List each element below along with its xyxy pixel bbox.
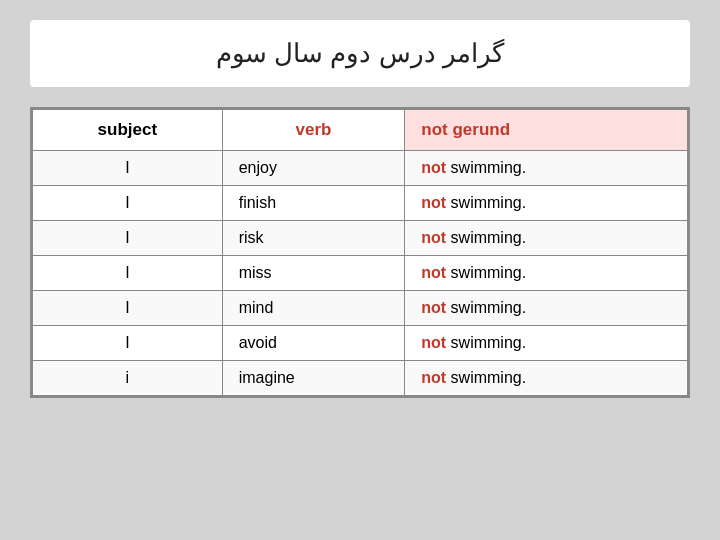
table-wrapper: subject verb not gerund Ienjoynot swimmi… <box>30 107 690 398</box>
cell-not-gerund: not swimming. <box>405 221 688 256</box>
not-word: not <box>421 299 446 316</box>
cell-subject: i <box>33 361 223 396</box>
cell-not-gerund: not swimming. <box>405 291 688 326</box>
table-row: Iavoidnot swimming. <box>33 326 688 361</box>
not-word: not <box>421 264 446 281</box>
not-word: not <box>421 229 446 246</box>
cell-not-gerund: not swimming. <box>405 361 688 396</box>
table-body: Ienjoynot swimming.Ifinishnot swimming.I… <box>33 151 688 396</box>
gerund-word: swimming. <box>446 194 526 211</box>
cell-verb: risk <box>222 221 405 256</box>
header-title: گرامر درس دوم سال سوم <box>54 38 666 69</box>
gerund-word: swimming. <box>446 299 526 316</box>
cell-subject: I <box>33 256 223 291</box>
cell-verb: mind <box>222 291 405 326</box>
table-row: Ifinishnot swimming. <box>33 186 688 221</box>
not-gerund-header: not gerund <box>405 110 688 151</box>
gerund-word: swimming. <box>446 229 526 246</box>
cell-not-gerund: not swimming. <box>405 186 688 221</box>
cell-verb: avoid <box>222 326 405 361</box>
table-row: Irisknot swimming. <box>33 221 688 256</box>
gerund-word: swimming. <box>446 264 526 281</box>
cell-subject: I <box>33 151 223 186</box>
cell-verb: finish <box>222 186 405 221</box>
cell-subject: I <box>33 326 223 361</box>
table-row: Imissnot swimming. <box>33 256 688 291</box>
cell-subject: I <box>33 221 223 256</box>
not-word: not <box>421 334 446 351</box>
grammar-table: subject verb not gerund Ienjoynot swimmi… <box>32 109 688 396</box>
header-box: گرامر درس دوم سال سوم <box>30 20 690 87</box>
not-word: not <box>421 369 446 386</box>
cell-subject: I <box>33 291 223 326</box>
not-word: not <box>421 159 446 176</box>
subject-header: subject <box>33 110 223 151</box>
table-row: Imindnot swimming. <box>33 291 688 326</box>
gerund-word: swimming. <box>446 159 526 176</box>
table-row: Ienjoynot swimming. <box>33 151 688 186</box>
table-row: iimaginenot swimming. <box>33 361 688 396</box>
cell-verb: enjoy <box>222 151 405 186</box>
cell-not-gerund: not swimming. <box>405 151 688 186</box>
cell-subject: I <box>33 186 223 221</box>
verb-header: verb <box>222 110 405 151</box>
page-container: گرامر درس دوم سال سوم subject verb not g… <box>0 0 720 540</box>
gerund-word: swimming. <box>446 369 526 386</box>
gerund-word: swimming. <box>446 334 526 351</box>
cell-not-gerund: not swimming. <box>405 256 688 291</box>
not-word: not <box>421 194 446 211</box>
cell-verb: miss <box>222 256 405 291</box>
table-header-row: subject verb not gerund <box>33 110 688 151</box>
cell-verb: imagine <box>222 361 405 396</box>
cell-not-gerund: not swimming. <box>405 326 688 361</box>
